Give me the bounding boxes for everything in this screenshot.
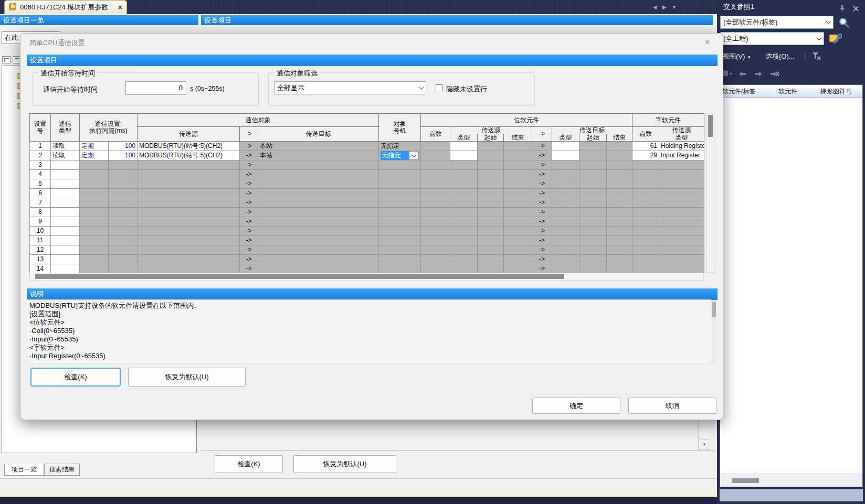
grid-cell[interactable] — [607, 245, 632, 254]
grid-cell[interactable]: 5 — [30, 179, 51, 188]
grid-cell[interactable] — [450, 179, 478, 188]
grid-cell[interactable]: 11 — [30, 235, 51, 245]
grid-cell[interactable] — [579, 245, 607, 254]
grid-cell[interactable] — [504, 235, 532, 245]
grid-cell[interactable]: 1 — [30, 141, 51, 151]
grid-cell[interactable] — [632, 160, 659, 169]
grid-cell[interactable] — [552, 198, 579, 207]
grid-cell[interactable]: 4 — [30, 169, 51, 179]
grid-cell[interactable] — [607, 207, 632, 217]
grid-cell[interactable]: 2 — [30, 151, 51, 160]
grid-cell[interactable] — [421, 264, 450, 273]
grid-cell[interactable] — [579, 217, 607, 226]
grid-cell[interactable] — [109, 217, 138, 226]
grid-cell[interactable]: -> — [532, 179, 552, 188]
grid-cell[interactable] — [552, 151, 579, 160]
grid-cell[interactable] — [138, 217, 240, 226]
grid-cell[interactable] — [51, 217, 80, 226]
grid-cell[interactable]: 读取 — [51, 151, 80, 160]
grid-cell[interactable] — [80, 235, 109, 245]
tab-scroll-right-icon[interactable]: ▶ — [662, 4, 667, 10]
grid-cell[interactable] — [109, 254, 138, 264]
grid-cell[interactable]: -> — [240, 160, 258, 169]
grid-cell[interactable] — [478, 217, 504, 226]
grid-cell[interactable] — [258, 169, 379, 179]
grid-cell[interactable] — [138, 235, 240, 245]
grid-cell[interactable] — [450, 245, 478, 254]
grid-cell[interactable]: 29 — [632, 151, 659, 160]
grid-cell[interactable] — [421, 179, 450, 188]
cancel-button[interactable]: 取消 — [628, 398, 716, 414]
scroll-down-icon[interactable]: ▼ — [699, 439, 710, 450]
grid-cell[interactable] — [504, 160, 532, 169]
grid-cell[interactable] — [109, 160, 138, 169]
grid-cell[interactable] — [552, 235, 579, 245]
grid-cell[interactable] — [379, 226, 421, 235]
grid-cell[interactable] — [504, 198, 532, 207]
chevron-down-icon[interactable] — [824, 16, 833, 28]
scrollbar-thumb[interactable] — [35, 274, 564, 279]
grid-cell[interactable] — [109, 207, 138, 217]
grid-cell[interactable] — [138, 226, 240, 235]
tab-search-result[interactable]: 搜索结果 — [44, 464, 80, 476]
grid-cell[interactable] — [109, 188, 138, 198]
document-tab[interactable]: 0060:RJ71C24 模块扩展参数 × — [4, 0, 127, 14]
grid-cell[interactable] — [659, 226, 704, 235]
grid-cell[interactable]: -> — [240, 179, 258, 188]
grid-cell[interactable]: 读取 — [51, 141, 80, 151]
grid-cell[interactable] — [51, 188, 80, 198]
grid-cell[interactable] — [659, 245, 704, 254]
grid-cell[interactable] — [579, 160, 607, 169]
grid-cell[interactable]: 8 — [30, 207, 51, 217]
grid-cell[interactable] — [51, 179, 80, 188]
grid-cell[interactable] — [421, 169, 450, 179]
grid-cell[interactable] — [478, 151, 504, 160]
grid-cell[interactable] — [607, 254, 632, 264]
grid-cell[interactable] — [607, 188, 632, 198]
grid-cell[interactable]: Holding Register — [659, 141, 704, 151]
grid-cell[interactable]: 6 — [30, 188, 51, 198]
grid-cell[interactable] — [478, 179, 504, 188]
grid-cell[interactable] — [504, 226, 532, 235]
grid-cell[interactable] — [632, 264, 659, 273]
grid-cell[interactable]: -> — [240, 217, 258, 226]
grid-cell[interactable]: 61 — [632, 141, 659, 151]
grid-cell[interactable] — [478, 254, 504, 264]
grid-cell[interactable]: -> — [532, 207, 552, 217]
grid-cell[interactable] — [632, 169, 659, 179]
grid-cell[interactable]: 7 — [30, 198, 51, 207]
grid-cell[interactable] — [379, 188, 421, 198]
grid-cell[interactable]: 9 — [30, 217, 51, 226]
grid-cell[interactable] — [450, 160, 478, 169]
grid-cell[interactable] — [552, 217, 579, 226]
check-button[interactable]: 检查(K) — [30, 368, 121, 387]
grid-cell[interactable] — [80, 169, 109, 179]
delete-result-icon[interactable] — [768, 69, 780, 79]
grid-cell[interactable] — [421, 254, 450, 264]
grid-cell[interactable]: -> — [240, 151, 258, 160]
grid-cell[interactable] — [579, 141, 607, 151]
grid-cell[interactable] — [632, 198, 659, 207]
grid-cell[interactable] — [421, 226, 450, 235]
ok-button[interactable]: 确定 — [532, 398, 620, 414]
grid-cell[interactable] — [478, 235, 504, 245]
grid-cell[interactable] — [478, 198, 504, 207]
grid-cell[interactable]: Input Register — [659, 151, 704, 160]
grid-cell[interactable] — [607, 160, 632, 169]
grid-cell[interactable] — [504, 188, 532, 198]
close-panel-icon[interactable] — [852, 3, 860, 10]
grid-cell[interactable] — [138, 160, 240, 169]
grid-cell[interactable] — [504, 207, 532, 217]
cross-reference-hscrollbar[interactable] — [720, 474, 862, 487]
search-icon[interactable] — [838, 16, 850, 30]
grid-cell[interactable] — [632, 245, 659, 254]
grid-cell[interactable] — [632, 235, 659, 245]
grid-cell[interactable]: 定期 — [80, 151, 109, 160]
grid-cell[interactable] — [109, 226, 138, 235]
grid-cell[interactable] — [579, 169, 607, 179]
grid-cell[interactable]: 100 — [109, 141, 138, 151]
scope-filter-combobox[interactable]: (全工程) — [720, 32, 824, 45]
grid-cell[interactable] — [552, 141, 579, 151]
grid-cell[interactable] — [258, 245, 379, 254]
grid-cell[interactable] — [51, 226, 80, 235]
